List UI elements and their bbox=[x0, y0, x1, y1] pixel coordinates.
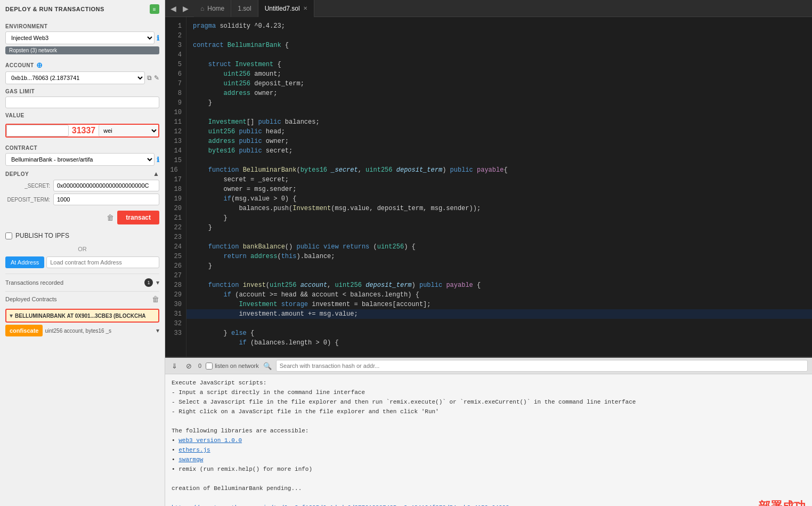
environment-select[interactable]: Injected Web3 JavaScript VM Web3 Provide… bbox=[5, 31, 155, 44]
deploy-chevron-icon[interactable]: ▲ bbox=[153, 170, 159, 178]
console-clear-button[interactable]: ⊘ bbox=[184, 361, 194, 371]
contract-item-name: BELLUMINARBANK AT 0X901...3CBE3 (BLOCKCH… bbox=[15, 313, 155, 319]
environment-label: ENVIRONMENT bbox=[5, 23, 159, 29]
param-deposit-input[interactable] bbox=[53, 194, 159, 205]
at-address-row: At Address bbox=[5, 256, 159, 268]
value-section: 0 31337 wei gwei finney ether bbox=[5, 124, 159, 138]
publish-ipfs-label: PUBLISH TO IPFS bbox=[15, 232, 69, 239]
confiscate-chevron-icon[interactable]: ▾ bbox=[156, 327, 159, 334]
tab-untitled7-label: Untitled7.sol bbox=[265, 5, 300, 12]
transactions-count-badge: 1 bbox=[144, 278, 153, 287]
deploy-header: DEPLOY ▲ bbox=[5, 170, 159, 178]
deployed-contract-item: ▾ BELLUMINARBANK AT 0X901...3CBE3 (BLOCK… bbox=[5, 309, 159, 323]
param-secret-label: _SECRET: bbox=[5, 183, 53, 189]
confiscate-row: confiscate uint256 account, bytes16 _s ▾ bbox=[5, 323, 159, 339]
deployed-contracts-clear-icon[interactable]: 🗑 bbox=[152, 295, 159, 303]
network-badge: Ropsten (3) network bbox=[5, 46, 159, 54]
value-label: VALUE bbox=[5, 113, 159, 118]
contract-label: CONTRACT bbox=[5, 145, 159, 151]
publish-ipfs-row: PUBLISH TO IPFS bbox=[5, 232, 159, 239]
value-highlight: 31337 bbox=[69, 125, 99, 136]
console-line: - Select a Javascript file in the file e… bbox=[172, 398, 806, 406]
web3-link[interactable]: web3 version 1.0.0 bbox=[178, 437, 242, 444]
code-content[interactable]: pragma solidity ^0.4.23; contract Bellum… bbox=[186, 17, 812, 357]
account-copy-icon[interactable]: ⧉ bbox=[147, 74, 152, 82]
console-line: - Input a script directly in the command… bbox=[172, 388, 806, 397]
transactions-recorded-label: Transactions recorded bbox=[5, 279, 63, 286]
console-search-input[interactable] bbox=[276, 360, 808, 372]
console-area: ⇓ ⊘ 0 listen on network 🔍 Execute JavaSc… bbox=[165, 357, 812, 506]
account-add-icon[interactable]: ⊕ bbox=[36, 61, 43, 69]
gas-limit-label: GAS LIMIT bbox=[5, 89, 159, 94]
right-panel: ◀ ▶ ⌂ Home 1.sol Untitled7.sol ✕ 12345 6… bbox=[165, 0, 812, 506]
console-blank bbox=[172, 475, 806, 483]
tab-1sol-label: 1.sol bbox=[238, 5, 251, 12]
gas-limit-input[interactable]: 3000000 bbox=[5, 97, 159, 108]
console-line: • remix (run remix.help() for more info) bbox=[172, 465, 806, 473]
account-label-text: ACCOUNT bbox=[5, 62, 34, 68]
tab-untitled7[interactable]: Untitled7.sol ✕ bbox=[258, 0, 314, 17]
transactions-chevron-icon[interactable]: ▾ bbox=[156, 279, 159, 286]
tab-1sol[interactable]: 1.sol bbox=[231, 0, 258, 17]
console-line: • swarmgw bbox=[172, 455, 806, 464]
left-panel: DEPLOY & RUN TRANSACTIONS ≡ ENVIRONMENT … bbox=[0, 0, 165, 506]
ethers-link[interactable]: ethers.js bbox=[178, 447, 210, 453]
environment-row: Injected Web3 JavaScript VM Web3 Provide… bbox=[5, 31, 159, 44]
contract-item-chevron[interactable]: ▾ bbox=[10, 312, 13, 319]
console-search-icon: 🔍 bbox=[263, 362, 272, 370]
at-address-input[interactable] bbox=[46, 256, 159, 268]
console-tx-link-row: https://ropsten.etherscan.io/tx/0xc2af12… bbox=[172, 503, 806, 506]
tab-prev-button[interactable]: ◀ bbox=[168, 3, 178, 14]
account-edit-icon[interactable]: ✎ bbox=[154, 74, 159, 82]
param-deposit-label: DEPOSIT_TERM: bbox=[5, 197, 53, 203]
console-line: The following libraries are accessible: bbox=[172, 427, 806, 435]
transactions-recorded-row: Transactions recorded 1 ▾ bbox=[5, 274, 159, 291]
listen-network-row: listen on network bbox=[206, 363, 259, 370]
contract-info-icon[interactable]: ℹ bbox=[157, 156, 159, 164]
account-row: 0xb1b...76063 (2.1873741 ⧉ ✎ bbox=[5, 71, 159, 84]
deployed-contracts-row: Deployed Contracts 🗑 bbox=[5, 291, 159, 307]
param-deposit-row: DEPOSIT_TERM: bbox=[5, 194, 159, 205]
tab-home-label: Home bbox=[207, 5, 224, 12]
clear-icon[interactable]: 🗑 bbox=[107, 213, 114, 222]
console-line: - Right click on a JavaScript file in th… bbox=[172, 407, 806, 416]
console-line: • ethers.js bbox=[172, 446, 806, 454]
or-divider: OR bbox=[5, 246, 159, 252]
confiscate-param-text: uint256 account, bytes16 _s bbox=[45, 328, 154, 334]
success-text: 部署成功 bbox=[759, 503, 806, 506]
value-input-row: 0 31337 wei gwei finney ether bbox=[5, 124, 159, 138]
tab-untitled7-close-icon[interactable]: ✕ bbox=[303, 5, 307, 11]
editor-area: 12345 678910 1112131415 16 ⚠ 17181920 21… bbox=[165, 17, 812, 357]
console-count: 0 bbox=[198, 363, 201, 369]
swarmgw-link[interactable]: swarmgw bbox=[178, 456, 203, 463]
console-line: • web3 version 1.0.0 bbox=[172, 436, 806, 445]
contract-select[interactable]: BelluminarBank - browser/artifa bbox=[5, 153, 155, 166]
at-address-button[interactable]: At Address bbox=[5, 256, 44, 268]
transact-button[interactable]: transact bbox=[117, 211, 159, 224]
param-secret-input[interactable] bbox=[53, 180, 159, 191]
listen-network-label: listen on network bbox=[215, 363, 259, 369]
value-number-input[interactable]: 0 bbox=[6, 125, 69, 136]
console-line: Execute JavaScript scripts: bbox=[172, 379, 806, 387]
param-secret-row: _SECRET: bbox=[5, 180, 159, 191]
console-pending: creation of BelluminarBank pending... bbox=[172, 484, 806, 493]
tab-controls: ◀ ▶ bbox=[165, 3, 194, 14]
tab-next-button[interactable]: ▶ bbox=[181, 3, 191, 14]
console-scroll-down-button[interactable]: ⇓ bbox=[169, 361, 180, 371]
line-numbers: 12345 678910 1112131415 16 ⚠ 17181920 21… bbox=[165, 17, 186, 357]
deployed-contracts-label: Deployed Contracts bbox=[5, 296, 57, 302]
confiscate-button[interactable]: confiscate bbox=[5, 325, 43, 336]
panel-icon: ≡ bbox=[150, 4, 159, 14]
account-select[interactable]: 0xb1b...76063 (2.1873741 bbox=[5, 71, 145, 84]
deploy-actions: 🗑 transact bbox=[5, 211, 159, 224]
console-content: Execute JavaScript scripts: - Input a sc… bbox=[165, 374, 812, 506]
tab-home[interactable]: ⌂ Home bbox=[194, 0, 231, 17]
publish-ipfs-checkbox[interactable] bbox=[5, 232, 12, 239]
panel-title-row: DEPLOY & RUN TRANSACTIONS ≡ bbox=[5, 4, 159, 14]
console-blank bbox=[172, 417, 806, 425]
account-label-row: ACCOUNT ⊕ bbox=[5, 61, 159, 69]
value-unit-select[interactable]: wei gwei finney ether bbox=[99, 125, 158, 136]
listen-network-checkbox[interactable] bbox=[206, 363, 213, 370]
deploy-label: DEPLOY bbox=[5, 171, 29, 177]
environment-info-icon[interactable]: ℹ bbox=[157, 34, 159, 42]
